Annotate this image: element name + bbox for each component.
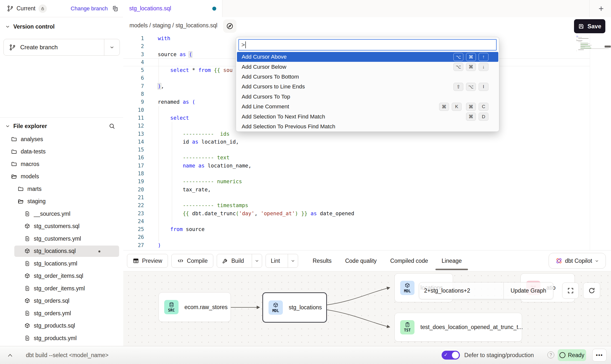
file-tree-item-data-tests[interactable]: data-tests bbox=[0, 146, 123, 158]
panel-tab-code-quality[interactable]: Code quality bbox=[345, 250, 377, 271]
file-tree-item-stg_order_items-yml[interactable]: stg_order_items.yml bbox=[0, 282, 123, 295]
palette-item-add-selection-to-previous-find-match[interactable]: Add Selection To Previous Find Match bbox=[237, 122, 498, 132]
palette-item-add-selection-to-next-find-match[interactable]: Add Selection To Next Find Match⌘D bbox=[237, 112, 498, 121]
lint-button[interactable]: Lint bbox=[266, 254, 298, 268]
file-tree-item-marts[interactable]: marts bbox=[0, 183, 123, 195]
file-tree-item-macros[interactable]: macros bbox=[0, 158, 123, 170]
refresh-button[interactable] bbox=[583, 282, 600, 299]
palette-item-add-cursor-above[interactable]: Add Cursor Above⌥⌘↑ bbox=[237, 52, 498, 62]
code-line-14[interactable]: id as location_id, bbox=[158, 138, 354, 146]
new-tab-button[interactable] bbox=[597, 5, 605, 12]
defer-toggle[interactable]: ✓ bbox=[442, 351, 460, 360]
code-line-18[interactable] bbox=[158, 170, 354, 178]
lineage-node-ecom-raw-stores[interactable]: SRC ecom.raw_stores bbox=[159, 292, 231, 322]
lineage-selector-input[interactable]: 2+stg_locations+2 bbox=[419, 282, 503, 299]
lineage-node-test[interactable]: TST test_does_location_opened_at_trunc_t… bbox=[395, 313, 522, 342]
version-control-header[interactable]: Version control bbox=[5, 22, 54, 32]
model-icon bbox=[24, 248, 30, 254]
file-tree-item-models[interactable]: models bbox=[0, 170, 123, 183]
chevron-up-icon[interactable] bbox=[7, 353, 13, 358]
dbt-copilot-label: dbt Copilot bbox=[565, 258, 592, 264]
folder-open-icon bbox=[18, 198, 24, 205]
code-line-24[interactable] bbox=[158, 217, 354, 225]
file-tree-item-stg_orders-sql[interactable]: stg_orders.sql bbox=[0, 295, 123, 307]
code-line-20[interactable]: tax_rate, bbox=[158, 186, 354, 194]
cube-icon bbox=[404, 282, 410, 288]
panel-tab-results[interactable]: Results bbox=[313, 250, 332, 271]
more-options-button[interactable]: ••• bbox=[592, 349, 607, 362]
palette-item-add-cursors-to-top[interactable]: Add Cursors To Top bbox=[237, 92, 498, 102]
file-tree-item-stg_products-sql[interactable]: stg_products.sql bbox=[0, 320, 123, 332]
file-explorer-header[interactable]: File explorer bbox=[5, 121, 118, 131]
file-tree-item-stg_orders-yml[interactable]: stg_orders.yml bbox=[0, 307, 123, 320]
palette-item-label: Add Selection To Previous Find Match bbox=[242, 123, 335, 130]
code-line-19[interactable]: ---------- numerics bbox=[158, 178, 354, 185]
preview-button[interactable]: Preview bbox=[127, 254, 168, 268]
ready-status-button[interactable]: Ready bbox=[558, 349, 586, 361]
lineage-canvas[interactable]: MDL locations atio SRC ecom.raw_stores M… bbox=[123, 271, 611, 346]
code-line-25[interactable]: from source bbox=[158, 225, 354, 233]
code-line-27[interactable]: ) bbox=[158, 241, 354, 249]
code-line-15[interactable] bbox=[158, 146, 354, 154]
create-branch-dropdown[interactable] bbox=[104, 39, 120, 55]
code-line-17[interactable]: name as location_name, bbox=[158, 162, 354, 170]
chevron-down-icon bbox=[5, 123, 10, 129]
lint-dropdown[interactable] bbox=[288, 254, 298, 267]
minimap[interactable] bbox=[576, 36, 606, 51]
lineage-node-stg-locations[interactable]: MDL stg_locations bbox=[262, 292, 327, 323]
lint-button-main[interactable]: Lint bbox=[266, 254, 285, 267]
palette-item-add-cursors-to-line-ends[interactable]: Add Cursors to Line Ends⇧⌥I bbox=[237, 82, 498, 92]
file-icon bbox=[24, 236, 30, 242]
command-palette-input[interactable]: > bbox=[238, 39, 497, 50]
create-branch-main[interactable]: Create branch bbox=[4, 39, 104, 55]
panel-tab-compiled-code[interactable]: Compiled code bbox=[390, 250, 428, 271]
code-line-23[interactable]: {{ dbt.date_trunc('day', 'opened_at') }}… bbox=[158, 210, 354, 217]
help-icon[interactable]: ? bbox=[547, 351, 554, 358]
tab-stg-locations[interactable]: stg_locations.sql bbox=[123, 0, 222, 17]
panel-tabs: ResultsCode qualityCompiled codeLineage bbox=[313, 250, 462, 271]
cli-command-text[interactable]: dbt build --select <model_name> bbox=[26, 346, 108, 364]
palette-item-add-line-comment[interactable]: Add Line Comment⌘K⌘C bbox=[237, 102, 498, 112]
keycap: ⇧ bbox=[453, 83, 463, 91]
compass-icon[interactable] bbox=[223, 19, 236, 33]
palette-item-add-cursors-to-bottom[interactable]: Add Cursors To Bottom bbox=[237, 72, 498, 82]
lineage-selector-value: 2+stg_locations+2 bbox=[424, 287, 470, 294]
line-number: 26 bbox=[123, 233, 144, 241]
panel-tab-lineage[interactable]: Lineage bbox=[442, 250, 462, 271]
line-number: 21 bbox=[123, 194, 144, 201]
file-tree-item-__sources-yml[interactable]: __sources.yml bbox=[0, 208, 123, 220]
save-button[interactable]: Save bbox=[574, 19, 605, 33]
file-tree-item-stg_locations-yml[interactable]: stg_locations.yml bbox=[0, 257, 123, 270]
line-number: 13 bbox=[123, 130, 144, 138]
change-branch-link[interactable]: Change branch bbox=[71, 5, 108, 12]
keycap: ⌘ bbox=[466, 53, 476, 61]
update-graph-button[interactable]: Update Graph bbox=[503, 282, 553, 299]
file-tree-item-staging[interactable]: staging bbox=[0, 195, 123, 208]
code-line-26[interactable] bbox=[158, 233, 354, 241]
search-icon[interactable] bbox=[108, 123, 115, 130]
file-tree-item-stg_customers-yml[interactable]: stg_customers.yml bbox=[0, 232, 123, 245]
file-tree-item-stg_customers-sql[interactable]: stg_customers.sql bbox=[0, 220, 123, 233]
minimap-line bbox=[578, 38, 589, 39]
file-name: macros bbox=[21, 161, 39, 167]
build-button-main[interactable]: Build bbox=[217, 254, 249, 267]
file-tree-item-stg_order_items-sql[interactable]: stg_order_items.sql bbox=[0, 270, 123, 282]
code-line-22[interactable]: ---------- timestamps bbox=[158, 201, 354, 209]
file-tree-item-stg_products-yml[interactable]: stg_products.yml bbox=[0, 332, 123, 345]
create-branch-button[interactable]: Create branch bbox=[3, 39, 120, 56]
line-number: 11 bbox=[123, 114, 144, 122]
copy-icon[interactable] bbox=[112, 5, 119, 12]
file-tree-item-analyses[interactable]: analyses bbox=[0, 133, 123, 146]
code-line-21[interactable] bbox=[158, 194, 354, 201]
file-tree-item-stg_locations-sql[interactable]: stg_locations.sql bbox=[0, 245, 123, 258]
file-name: marts bbox=[27, 186, 42, 192]
build-button[interactable]: Build bbox=[217, 254, 262, 268]
git-branch-icon bbox=[9, 44, 16, 51]
build-dropdown[interactable] bbox=[252, 254, 262, 267]
palette-item-add-cursor-below[interactable]: Add Cursor Below⌥⌘↓ bbox=[237, 62, 498, 72]
branch-header: Current Change branch bbox=[0, 0, 123, 17]
dbt-copilot-button[interactable]: dbt Copilot bbox=[549, 253, 606, 269]
fullscreen-button[interactable] bbox=[562, 282, 579, 299]
compile-button[interactable]: Compile bbox=[171, 254, 213, 268]
code-line-16[interactable]: ---------- text bbox=[158, 154, 354, 162]
